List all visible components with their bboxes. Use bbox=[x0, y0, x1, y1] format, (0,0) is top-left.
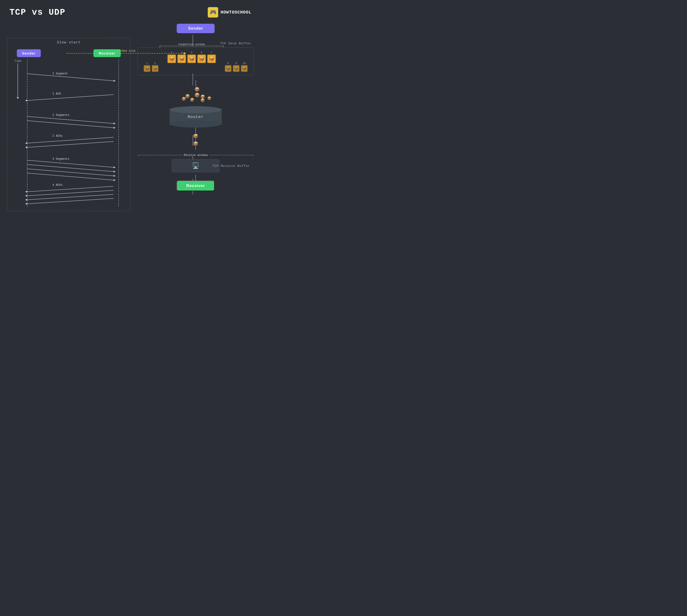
receive-window-label: Receive window bbox=[182, 154, 210, 157]
sender-button-top[interactable]: Sender bbox=[177, 24, 215, 33]
svg-line-37 bbox=[27, 194, 113, 200]
receive-window-section: ← Receive window → bbox=[137, 153, 254, 158]
svg-marker-29 bbox=[113, 175, 115, 177]
tcp-send-buffer: 1 📦 2 📦 3 📦 bbox=[137, 47, 254, 75]
packet-box-8: 📦 bbox=[225, 65, 232, 72]
packet-4: 4 📦 bbox=[177, 51, 186, 63]
rw-left-arrow: ← bbox=[137, 153, 139, 157]
congestion-window-wrapper: 3 📦 4 📦 5 📦 bbox=[160, 51, 223, 72]
packet-7: 7 📦 bbox=[207, 51, 216, 63]
tcp-receive-buffer: 🖥️ TCP Receive Buffer bbox=[172, 159, 219, 172]
svg-marker-25 bbox=[113, 167, 115, 168]
router-down-line-2 bbox=[195, 139, 196, 141]
left-panel: Slow start Sender Receiver Time 1 Segmen… bbox=[7, 38, 130, 211]
packet-box-1: 📦 bbox=[144, 65, 150, 72]
sender-button-left[interactable]: Sender bbox=[17, 49, 41, 57]
logo-icon: 🎮 bbox=[208, 7, 218, 18]
packet-box-7: 📦 bbox=[207, 54, 216, 63]
receiver-button-bottom[interactable]: Receiver bbox=[177, 181, 215, 191]
congestion-window-area: 1 📦 2 📦 3 📦 bbox=[141, 51, 250, 72]
tcp-receive-buffer-label: TCP Receive Buffer bbox=[213, 164, 250, 168]
packet-box-2: 📦 bbox=[152, 65, 158, 72]
receiver-button-left[interactable]: Receiver bbox=[93, 49, 121, 57]
svg-line-33 bbox=[27, 186, 113, 192]
rw-line-right bbox=[209, 155, 252, 155]
router-packet-out-2: 📦 bbox=[193, 141, 198, 146]
packet-2: 2 📦 bbox=[152, 62, 158, 72]
falling-packet-h: 📦 bbox=[207, 96, 211, 100]
logo-text: HOWTOSCHOOL bbox=[220, 10, 251, 15]
packet-box-9: 📦 bbox=[233, 65, 239, 72]
packet-1: 1 📦 bbox=[144, 62, 150, 72]
header: TCP vs UDP 🎮 HOWTOSCHOOL bbox=[9, 7, 251, 18]
tcp-receive-buffer-wrapper: 🖥️ TCP Receive Buffer bbox=[172, 159, 219, 172]
slow-start-label: Slow start bbox=[10, 41, 128, 45]
svg-line-24 bbox=[27, 160, 113, 167]
svg-text:1 ACK: 1 ACK bbox=[52, 92, 61, 95]
buffer-to-receiver-line bbox=[195, 175, 196, 181]
sender-receiver-row: Sender Receiver bbox=[10, 49, 128, 57]
main-container: calculate window size TCP vs UDP 🎮 HOWTO… bbox=[0, 0, 261, 235]
svg-line-30 bbox=[27, 173, 113, 180]
svg-marker-12 bbox=[25, 100, 27, 102]
router-label: Router bbox=[188, 115, 203, 119]
page-title: TCP vs UDP bbox=[9, 7, 65, 17]
congestion-window-label: Congestion window bbox=[160, 43, 223, 46]
router-packet-out-1: 📦 bbox=[193, 133, 198, 139]
falling-packet-e: 📦 bbox=[181, 97, 186, 101]
svg-line-39 bbox=[27, 198, 113, 204]
falling-packet-f: 📦 bbox=[190, 98, 194, 102]
router-wrapper: Router bbox=[170, 106, 222, 128]
rw-right-arrow: → bbox=[252, 153, 254, 157]
svg-marker-17 bbox=[113, 127, 115, 129]
svg-text:4 ACKs: 4 ACKs bbox=[52, 183, 63, 187]
svg-line-11 bbox=[27, 94, 113, 101]
packet-5: 5 📦 bbox=[187, 51, 196, 63]
falling-packet-a: 📦 bbox=[194, 87, 200, 92]
packets-container: 1 📦 2 📦 3 📦 bbox=[144, 51, 248, 72]
receive-window-bracket: ← Receive window → bbox=[137, 153, 254, 157]
logo-area: 🎮 HOWTOSCHOOL bbox=[208, 7, 251, 18]
packet-3: 3 📦 bbox=[167, 51, 176, 63]
falling-packets-area: 📦 📦 📦 📦 📦 📦 📦 📦 bbox=[137, 80, 254, 106]
sequence-diagram: Time 1 Segment 1 ACK 2 Segments bbox=[10, 60, 128, 206]
router-down-line-3 bbox=[195, 146, 196, 150]
buffer-to-fall-line bbox=[196, 80, 196, 87]
packet-box-3: 📦 bbox=[167, 54, 176, 63]
svg-marker-38 bbox=[25, 199, 27, 201]
svg-marker-9 bbox=[113, 80, 115, 82]
router-down-line-1 bbox=[195, 128, 196, 133]
tcp-send-buffer-container: TCP Send Buffer 1 📦 2 📦 bbox=[137, 47, 254, 75]
svg-text:4 Segments: 4 Segments bbox=[52, 157, 69, 161]
sequence-arrows-svg: 1 Segment 1 ACK 2 Segments 2 ACKs bbox=[10, 60, 128, 206]
packet-box-4: 📦 bbox=[177, 54, 186, 63]
packet-box-5: 📦 bbox=[187, 54, 196, 63]
receiver-bottom-row: Receiver bbox=[177, 181, 215, 191]
svg-text:2 ACKs: 2 ACKs bbox=[52, 134, 63, 138]
cong-bracket-visual: Congestion window bbox=[160, 44, 223, 52]
svg-line-16 bbox=[27, 120, 113, 128]
tcp-send-buffer-label: TCP Send Buffer bbox=[220, 42, 251, 45]
packet-box-6: 📦 bbox=[197, 54, 206, 63]
receive-icon: 🖥️ bbox=[192, 162, 199, 169]
falling-packet-b: 📦 bbox=[194, 92, 200, 98]
congestion-packets: 3 📦 4 📦 5 📦 bbox=[167, 51, 216, 63]
packet-6: 6 📦 bbox=[197, 51, 206, 63]
packet-10: 10 📦 bbox=[241, 62, 248, 72]
svg-marker-34 bbox=[25, 191, 27, 193]
svg-line-35 bbox=[27, 190, 113, 196]
svg-line-14 bbox=[27, 116, 113, 124]
packet-8: 8 📦 bbox=[225, 62, 232, 72]
svg-line-26 bbox=[27, 164, 113, 172]
svg-line-8 bbox=[27, 74, 113, 81]
svg-line-28 bbox=[27, 169, 113, 176]
svg-marker-27 bbox=[113, 171, 115, 173]
router-top bbox=[170, 106, 222, 113]
packet-9: 9 📦 bbox=[233, 62, 239, 72]
svg-text:2 Segments: 2 Segments bbox=[52, 113, 69, 117]
svg-text:1 Segment: 1 Segment bbox=[52, 72, 68, 75]
svg-marker-20 bbox=[25, 142, 27, 144]
router-bottom bbox=[170, 120, 222, 128]
falling-packet-g: 📦 bbox=[200, 98, 205, 103]
right-panel: Sender TCP Send Buffer 1 📦 2 bbox=[137, 24, 254, 191]
